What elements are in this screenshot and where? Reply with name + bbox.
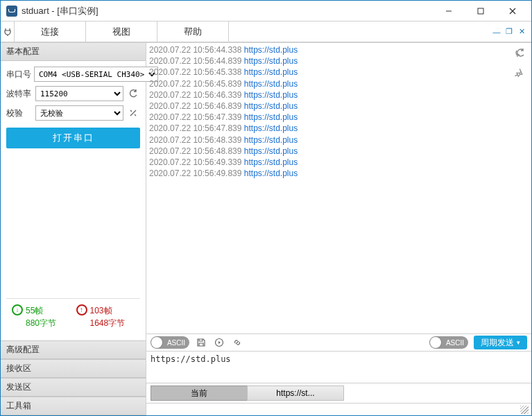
log-timestamp: 2020.07.22 10:56:48.339 [149, 135, 241, 145]
tab-current[interactable]: 当前 [151, 385, 248, 401]
menu-view[interactable]: 视图 [86, 21, 157, 42]
app-window: stduart - [串口实例] 连接 视图 帮助 — ❐ ✕ 基本配置 串口号… [0, 0, 532, 416]
log-timestamp: 2020.07.22 10:56:46.839 [149, 101, 241, 111]
period-send-button[interactable]: 周期发送 ▾ [474, 336, 527, 349]
log-line: 2020.07.22 10:56:47.839 https://std.plus [149, 123, 529, 134]
tx-stats: ↓ 55帧 880字节 [9, 304, 74, 329]
log-side-tools [513, 46, 527, 80]
log-link[interactable]: https://std.plus [244, 45, 298, 55]
resize-grip-icon[interactable] [520, 406, 529, 414]
log-link[interactable]: https://std.plus [244, 56, 298, 66]
rx-stats: ↑ 103帧 1648字节 [74, 304, 138, 329]
log-timestamp: 2020.07.22 10:56:49.839 [149, 168, 241, 178]
period-send-label: 周期发送 [481, 337, 514, 349]
log-line: 2020.07.22 10:56:46.339 https://std.plus [149, 89, 529, 101]
mdi-controls: — ❐ ✕ [491, 21, 531, 42]
log-link[interactable]: https://std.plus [244, 112, 298, 122]
log-line: 2020.07.22 10:56:47.339 https://std.plus [149, 112, 529, 123]
link-icon[interactable] [231, 336, 243, 349]
pin-icon[interactable] [513, 67, 527, 80]
main-area: 基本配置 串口号 COM4 <USB-SERIAL CH340> 波特率 115… [1, 42, 531, 415]
rx-up-icon: ↑ [76, 304, 87, 315]
log-line: 2020.07.22 10:56:45.338 https://std.plus [149, 67, 529, 78]
log-timestamp: 2020.07.22 10:56:45.839 [149, 79, 241, 89]
log-link[interactable]: https://std.plus [244, 79, 298, 89]
sidebar: 基本配置 串口号 COM4 <USB-SERIAL CH340> 波特率 115… [1, 43, 146, 415]
log-link[interactable]: https://std.plus [244, 146, 298, 156]
log-timestamp: 2020.07.22 10:56:47.339 [149, 112, 241, 122]
svg-rect-1 [478, 8, 483, 14]
baud-label: 波特率 [6, 88, 33, 100]
port-label: 串口号 [6, 69, 31, 80]
advanced-config-header[interactable]: 高级配置 [1, 340, 146, 359]
send-area-header[interactable]: 发送区 [1, 378, 146, 397]
log-timestamp: 2020.07.22 10:56:48.839 [149, 146, 241, 156]
log-line: 2020.07.22 10:56:48.339 https://std.plus [149, 135, 529, 146]
log-timestamp: 2020.07.22 10:56:44.839 [149, 56, 241, 66]
save-icon[interactable] [195, 336, 207, 349]
chevron-down-icon: ▾ [517, 339, 520, 346]
sidebar-spacer [6, 153, 140, 294]
log-line: 2020.07.22 10:56:45.839 https://std.plus [149, 78, 529, 89]
log-link[interactable]: https://std.plus [244, 135, 298, 145]
receive-area-header[interactable]: 接收区 [1, 359, 146, 378]
window-title: stduart - [串口实例] [22, 5, 433, 17]
titlebar: stduart - [串口实例] [1, 1, 531, 21]
content-area: 2020.07.22 10:56:44.338 https://std.plus… [146, 43, 531, 415]
open-port-button[interactable]: 打开串口 [6, 128, 140, 148]
app-icon [6, 6, 17, 17]
ascii-toggle-right[interactable]: ASCII [429, 336, 468, 349]
statusbar [146, 403, 531, 415]
basic-config-header[interactable]: 基本配置 [1, 43, 146, 61]
tx-frames: 55帧 [26, 304, 56, 317]
close-button[interactable] [497, 1, 529, 21]
baud-select[interactable]: 115200 [35, 86, 123, 101]
log-line: 2020.07.22 10:56:48.839 https://std.plus [149, 146, 529, 157]
toggle-knob-icon [430, 337, 441, 348]
rx-bytes: 1648字节 [90, 317, 126, 329]
ascii-toggle-left[interactable]: ASCII [151, 336, 189, 349]
send-tabs: 当前 https://st... [146, 383, 531, 403]
refresh-icon[interactable] [126, 86, 140, 101]
mdi-restore-icon[interactable]: ❐ [504, 26, 515, 37]
tx-bytes: 880字节 [26, 317, 56, 329]
log-area[interactable]: 2020.07.22 10:56:44.338 https://std.plus… [146, 43, 531, 333]
log-link[interactable]: https://std.plus [244, 101, 298, 111]
menu-connect[interactable]: 连接 [15, 21, 86, 42]
log-line: 2020.07.22 10:56:46.839 https://std.plus [149, 101, 529, 112]
log-timestamp: 2020.07.22 10:56:46.339 [149, 90, 241, 100]
log-link[interactable]: https://std.plus [244, 123, 298, 133]
stats-panel: ↓ 55帧 880字节 ↑ 103帧 1648字节 [6, 298, 140, 335]
log-link[interactable]: https://std.plus [244, 157, 298, 167]
toolbox-header[interactable]: 工具箱 [1, 397, 146, 415]
log-link[interactable]: https://std.plus [244, 67, 298, 77]
mid-toolbar: ASCII ASCII 周期发送 ▾ [146, 333, 531, 352]
log-line: 2020.07.22 10:56:49.339 https://std.plus [149, 157, 529, 168]
rx-frames: 103帧 [90, 304, 126, 317]
log-link[interactable]: https://std.plus [244, 168, 298, 178]
send-textarea[interactable]: https://std.plus [146, 352, 531, 383]
basic-config-body: 串口号 COM4 <USB-SERIAL CH340> 波特率 115200 校… [1, 61, 146, 340]
log-line: 2020.07.22 10:56:44.839 https://std.plus [149, 55, 529, 67]
settings-icon[interactable] [126, 105, 140, 121]
parity-select[interactable]: 无校验 [35, 105, 123, 121]
log-timestamp: 2020.07.22 10:56:45.338 [149, 67, 241, 77]
tx-down-icon: ↓ [12, 304, 23, 315]
log-timestamp: 2020.07.22 10:56:49.339 [149, 157, 241, 167]
port-select[interactable]: COM4 <USB-SERIAL CH340> [34, 67, 158, 82]
log-line: 2020.07.22 10:56:49.839 https://std.plus [149, 168, 529, 179]
maximize-button[interactable] [465, 1, 497, 21]
play-icon[interactable] [213, 336, 225, 349]
plug-icon[interactable] [1, 21, 15, 42]
menu-help[interactable]: 帮助 [157, 21, 229, 42]
mdi-minimize-icon[interactable]: — [491, 26, 502, 37]
log-timestamp: 2020.07.22 10:56:47.839 [149, 123, 241, 133]
menubar: 连接 视图 帮助 — ❐ ✕ [1, 21, 531, 42]
log-line: 2020.07.22 10:56:44.338 https://std.plus [149, 44, 529, 55]
tab-second[interactable]: https://st... [247, 385, 344, 401]
log-link[interactable]: https://std.plus [244, 90, 298, 100]
mdi-close-icon[interactable]: ✕ [516, 26, 527, 37]
minimize-button[interactable] [433, 1, 465, 21]
log-timestamp: 2020.07.22 10:56:44.338 [149, 45, 241, 55]
sync-icon[interactable] [513, 46, 527, 60]
